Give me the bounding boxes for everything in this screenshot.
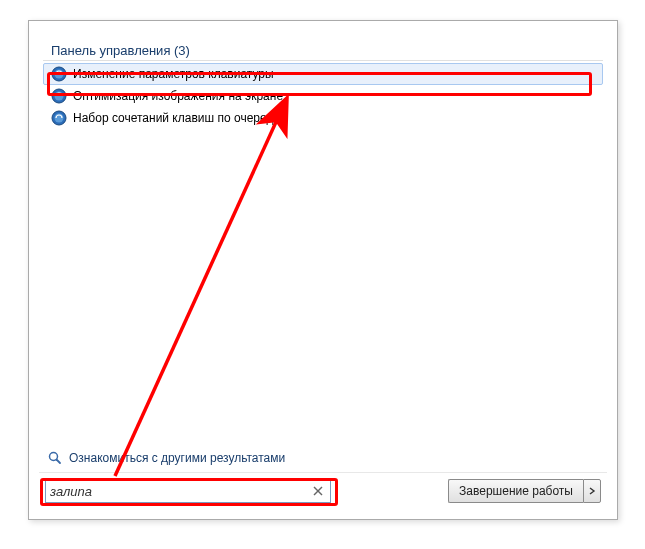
shutdown-split-button: Завершение работы — [448, 479, 601, 503]
accessibility-icon — [51, 110, 67, 126]
category-header: Панель управления (3) — [43, 39, 603, 61]
search-results-window: Панель управления (3) Изменение параметр… — [39, 31, 607, 509]
bottom-bar: Завершение работы — [39, 472, 607, 509]
search-icon — [47, 450, 63, 466]
more-results-label: Ознакомиться с другими результатами — [69, 451, 285, 465]
result-item-sticky-keys[interactable]: Набор сочетаний клавиш по очереди — [43, 107, 603, 129]
chevron-right-icon — [588, 487, 596, 495]
result-label: Набор сочетаний клавиш по очереди — [73, 111, 280, 125]
shutdown-menu-arrow[interactable] — [583, 479, 601, 503]
start-menu-panel: Панель управления (3) Изменение параметр… — [28, 20, 618, 520]
result-label: Изменение параметров клавиатуры — [73, 67, 274, 81]
result-item-optimize-display[interactable]: Оптимизация изображения на экране — [43, 85, 603, 107]
results-list: Изменение параметров клавиатуры Оптимиза… — [43, 63, 603, 129]
svg-line-7 — [57, 460, 61, 464]
more-results-link[interactable]: Ознакомиться с другими результатами — [39, 444, 607, 472]
accessibility-icon — [51, 88, 67, 104]
result-item-keyboard-settings[interactable]: Изменение параметров клавиатуры — [43, 63, 603, 85]
shutdown-button[interactable]: Завершение работы — [448, 479, 583, 503]
clear-search-icon[interactable] — [310, 483, 326, 499]
results-area: Панель управления (3) Изменение параметр… — [39, 31, 607, 444]
accessibility-icon — [51, 66, 67, 82]
search-box[interactable] — [45, 479, 331, 503]
shutdown-label: Завершение работы — [459, 484, 573, 498]
result-label: Оптимизация изображения на экране — [73, 89, 283, 103]
search-input[interactable] — [50, 484, 310, 499]
